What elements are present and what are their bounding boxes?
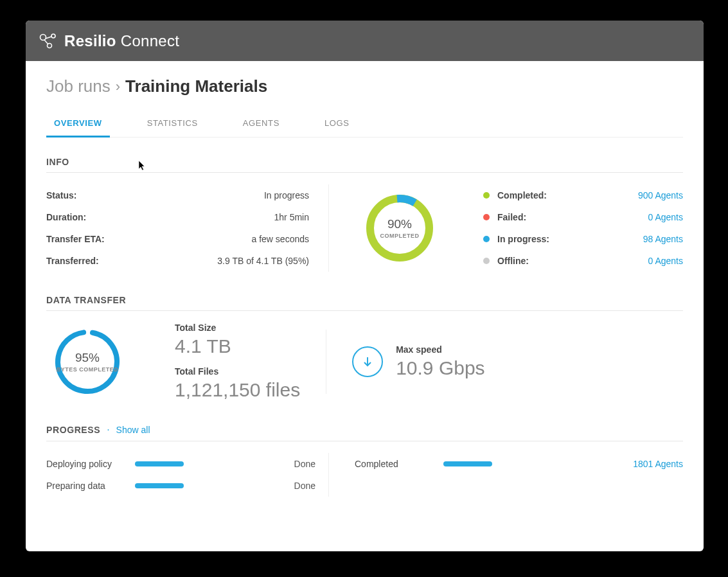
section-info: INFO Status:In progress Duration:1hr 5mi…: [46, 157, 683, 272]
status-inprogress-value[interactable]: 98 Agents: [643, 228, 683, 250]
tab-bar: OVERVIEW STATISTICS AGENTS LOGS: [46, 114, 683, 138]
chevron-right-icon: ›: [116, 78, 120, 95]
agent-status-list: Completed: 900 Agents Failed: 0 Agents I…: [470, 184, 683, 272]
breadcrumb-current: Training Materials: [125, 76, 267, 96]
donut-sublabel: COMPLETED: [380, 233, 419, 239]
progress-state-deploying: Done: [294, 453, 315, 475]
info-status-value: In progress: [264, 184, 309, 206]
status-failed-label: Failed:: [497, 206, 562, 228]
brand-title: Resilio Connect: [64, 32, 179, 50]
section-data-transfer: DATA TRANSFER 95% BYTES COMPLETED: [46, 295, 683, 401]
app-window: Resilio Connect Job runs › Training Mate…: [26, 21, 704, 551]
info-transferred-label: Transferred:: [46, 250, 99, 272]
bytes-sublabel: BYTES COMPLETED: [57, 366, 119, 373]
download-arrow-icon: [352, 346, 383, 377]
status-dot-offline: [483, 258, 490, 264]
info-eta-label: Transfer ETA:: [46, 228, 105, 250]
tab-logs[interactable]: LOGS: [317, 114, 357, 137]
max-speed-label: Max speed: [396, 344, 484, 355]
status-dot-completed: [483, 192, 490, 199]
status-inprogress-label: In progress:: [497, 228, 562, 250]
progress-bar: [443, 461, 492, 466]
svg-point-0: [40, 34, 46, 40]
title-bar: Resilio Connect: [26, 21, 704, 61]
status-dot-inprogress: [483, 236, 490, 242]
info-duration-label: Duration:: [46, 206, 86, 228]
progress-completed-label: Completed: [355, 453, 432, 475]
show-all-link[interactable]: Show all: [116, 425, 150, 435]
progress-bar: [135, 461, 184, 466]
donut-percent: 90%: [387, 217, 412, 231]
status-offline-label: Offline:: [497, 250, 562, 272]
max-speed-value: 10.9 Gbps: [396, 357, 484, 379]
section-title-info: INFO: [46, 157, 683, 173]
section-progress: PROGRESS · Show all Deploying policy Don…: [46, 424, 683, 497]
section-title-data-transfer: DATA TRANSFER: [46, 295, 683, 311]
svg-point-1: [51, 34, 55, 38]
tab-statistics[interactable]: STATISTICS: [139, 114, 206, 137]
total-size-value: 4.1 TB: [175, 335, 300, 357]
info-kv-list: Status:In progress Duration:1hr 5min Tra…: [46, 184, 329, 272]
total-size-label: Total Size: [175, 323, 300, 333]
breadcrumb: Job runs › Training Materials: [46, 76, 683, 96]
completion-donut-chart: 90% COMPLETED: [365, 193, 434, 263]
tab-overview[interactable]: OVERVIEW: [46, 114, 110, 137]
section-title-progress: PROGRESS: [46, 425, 100, 435]
progress-step-preparing: Preparing data: [46, 475, 123, 497]
tab-agents[interactable]: AGENTS: [235, 114, 287, 137]
status-completed-label: Completed:: [497, 184, 562, 206]
progress-bar: [135, 483, 184, 488]
progress-step-deploying: Deploying policy: [46, 453, 123, 475]
svg-line-3: [46, 37, 51, 39]
breadcrumb-parent[interactable]: Job runs: [46, 76, 111, 96]
svg-line-4: [44, 40, 48, 44]
divider: [326, 330, 326, 394]
progress-state-preparing: Done: [294, 475, 315, 497]
info-status-label: Status:: [46, 184, 76, 206]
status-dot-failed: [483, 214, 490, 220]
info-duration-value: 1hr 5min: [274, 206, 309, 228]
info-transferred-value: 3.9 TB of 4.1 TB (95%): [217, 250, 309, 272]
bytes-percent: 95%: [75, 351, 100, 365]
logo-icon: [39, 32, 58, 50]
total-files-value: 1,121,150 files: [175, 379, 300, 401]
info-eta-value: a few seconds: [252, 228, 310, 250]
bytes-donut-chart: 95% BYTES COMPLETED: [53, 327, 122, 396]
status-offline-value[interactable]: 0 Agents: [648, 250, 684, 272]
separator-dot: ·: [107, 424, 109, 436]
progress-completed-value[interactable]: 1801 Agents: [633, 453, 683, 475]
status-completed-value[interactable]: 900 Agents: [638, 184, 683, 206]
status-failed-value[interactable]: 0 Agents: [648, 206, 684, 228]
total-files-label: Total Files: [175, 366, 300, 377]
